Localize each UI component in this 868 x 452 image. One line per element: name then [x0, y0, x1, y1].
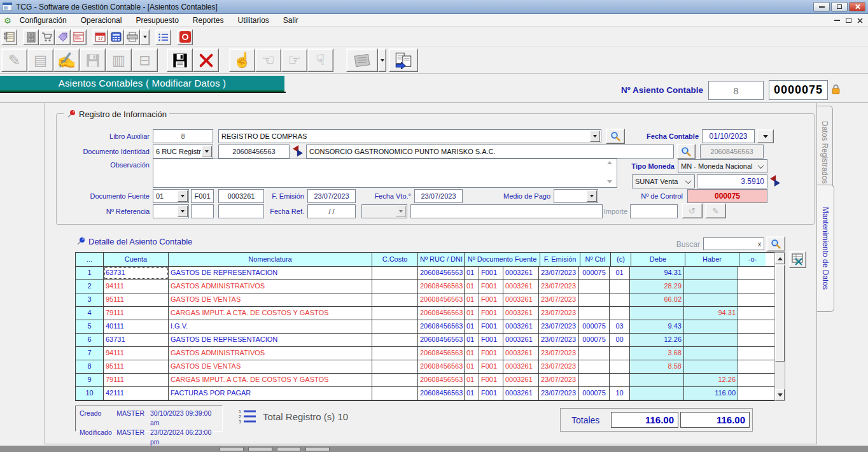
ccosto-cell[interactable]: [372, 374, 418, 386]
ccosto-cell[interactable]: [372, 280, 418, 293]
c-cell[interactable]: 03: [610, 320, 630, 333]
nav-first-button[interactable]: ☝: [229, 48, 255, 72]
ruc-field[interactable]: 20608456563: [218, 145, 290, 159]
invoice-button[interactable]: [71, 29, 87, 45]
fecha-contable-field[interactable]: 01/10/2023: [702, 129, 755, 143]
ruc-cell[interactable]: 20608456563: [418, 280, 465, 293]
row-number-cell[interactable]: 2: [76, 280, 104, 293]
exchange-button[interactable]: [292, 145, 304, 159]
n-ctrl-cell[interactable]: 000075: [579, 334, 610, 346]
nav-last-button[interactable]: ☟: [307, 48, 333, 72]
libro-search-button[interactable]: [606, 129, 625, 144]
referencia-numero-field[interactable]: [218, 204, 264, 218]
printer-button[interactable]: [124, 29, 140, 45]
f-emision-cell[interactable]: 23/07/2023: [539, 267, 579, 279]
fax-button[interactable]: ⊟: [132, 48, 158, 72]
ruc-cell[interactable]: 20608456563: [418, 293, 465, 306]
df-tipo-cell[interactable]: 01: [465, 267, 479, 279]
nomenclatura-cell[interactable]: GASTOS ADMINISTRATIVOS: [169, 280, 372, 293]
chevron-down-icon[interactable]: [202, 146, 212, 157]
f-emision-cell[interactable]: 23/07/2023: [539, 374, 579, 386]
razon-social-field[interactable]: CONSORCIO GASTRONOMICO PUNTO MARISKO S.A…: [306, 145, 674, 159]
tipo-moneda-combo[interactable]: MN - Moneda Nacional: [678, 159, 767, 173]
ccosto-cell[interactable]: [372, 267, 418, 279]
f-emision-cell[interactable]: 23/07/2023: [539, 387, 579, 400]
save-disabled-button[interactable]: [80, 48, 106, 72]
fecha-ref-field[interactable]: / /: [307, 204, 356, 218]
table-row[interactable]: 4 79111 CARGAS IMPUT. A CTA. DE COSTOS Y…: [76, 307, 774, 320]
df-tipo-cell[interactable]: 01: [465, 320, 479, 333]
table-row[interactable]: 1 63731 GASTOS DE REPRESENTACION 2060845…: [76, 267, 774, 280]
c-cell[interactable]: [610, 374, 630, 386]
ruc-cell[interactable]: 20608456563: [418, 387, 465, 400]
df-serie-cell[interactable]: F001: [479, 280, 503, 293]
haber-cell[interactable]: [684, 280, 738, 293]
nomenclatura-cell[interactable]: GASTOS DE REPRESENTACION: [169, 267, 372, 279]
exit-power-button[interactable]: [177, 29, 193, 45]
ruc-cell[interactable]: 20608456563: [418, 307, 465, 320]
table-scrollbar[interactable]: [774, 252, 785, 401]
doc-identidad-combo[interactable]: 6 RUC Registr: [153, 145, 213, 159]
df-serie-cell[interactable]: F001: [479, 267, 503, 279]
n-ctrl-cell[interactable]: [579, 374, 610, 386]
table-row[interactable]: 7 94111 GASTOS ADMINISTRATIVOS 206084565…: [76, 347, 774, 360]
table-row[interactable]: 3 95111 GASTOS DE VENTAS 20608456563 01 …: [76, 293, 774, 307]
debe-cell[interactable]: [630, 307, 684, 320]
row-number-cell[interactable]: 6: [76, 334, 104, 346]
df-tipo-cell[interactable]: 01: [465, 334, 479, 346]
n-ctrl-cell[interactable]: [579, 280, 610, 293]
haber-cell[interactable]: 116.00: [684, 387, 738, 400]
minimize-button[interactable]: [813, 2, 830, 11]
nomenclatura-cell[interactable]: I.G.V.: [169, 320, 372, 333]
entidad-search-button[interactable]: [676, 144, 696, 159]
c-cell[interactable]: 01: [610, 267, 630, 279]
c-cell[interactable]: [610, 280, 630, 293]
save-button[interactable]: [167, 48, 193, 72]
debe-cell[interactable]: 12.26: [630, 334, 684, 346]
haber-cell[interactable]: [684, 360, 738, 373]
ruc-cell[interactable]: 20608456563: [418, 360, 465, 373]
nav-next-button[interactable]: ☞: [281, 48, 307, 72]
menu-presupuesto[interactable]: Presupuesto: [129, 16, 185, 25]
row-number-cell[interactable]: 4: [76, 307, 104, 320]
chevron-down-icon[interactable]: [590, 131, 600, 142]
ruc-cell[interactable]: 20608456563: [418, 267, 465, 279]
buscar-input[interactable]: x: [703, 237, 764, 250]
nomenclatura-cell[interactable]: FACTURAS POR PAGAR: [169, 387, 372, 400]
edit-record-button[interactable]: ✍: [53, 48, 80, 72]
ccosto-cell[interactable]: [372, 307, 418, 320]
ccosto-cell[interactable]: [372, 334, 418, 346]
df-serie-cell[interactable]: F001: [479, 293, 503, 306]
table-row[interactable]: 5 40111 I.G.V. 20608456563 01 F001 00032…: [76, 320, 774, 334]
buscar-search-button[interactable]: [766, 236, 785, 251]
doc-fuente-tipo-combo[interactable]: 01: [153, 189, 189, 203]
df-tipo-cell[interactable]: 01: [465, 280, 479, 293]
annotate-button[interactable]: ▥: [106, 48, 132, 72]
ccosto-cell[interactable]: [372, 360, 418, 373]
row-number-cell[interactable]: 1: [76, 267, 104, 279]
n-ctrl-cell[interactable]: [579, 293, 610, 306]
c-cell[interactable]: [610, 347, 630, 360]
o-cell[interactable]: [738, 347, 764, 360]
cuenta-cell[interactable]: 79111: [104, 307, 169, 320]
tag-button[interactable]: [55, 29, 71, 45]
nomenclatura-cell[interactable]: GASTOS DE REPRESENTACION: [169, 334, 372, 346]
cabinet-button[interactable]: [23, 29, 39, 45]
o-cell[interactable]: [738, 374, 764, 386]
calculator-button[interactable]: [108, 29, 124, 45]
row-number-cell[interactable]: 8: [76, 360, 104, 373]
df-num-cell[interactable]: 0003261: [503, 293, 539, 306]
referencia-combo[interactable]: [153, 204, 189, 218]
cuenta-cell[interactable]: 40111: [104, 320, 169, 333]
scrollbar-up-button[interactable]: [775, 253, 785, 264]
close-button[interactable]: [849, 2, 865, 11]
df-num-cell[interactable]: 0003261: [503, 320, 539, 333]
c-cell[interactable]: [610, 307, 630, 320]
ccosto-cell[interactable]: [372, 387, 418, 400]
ruc-cell[interactable]: 20608456563: [418, 334, 465, 346]
report-dropdown-button[interactable]: [378, 48, 386, 72]
o-cell[interactable]: [738, 387, 764, 400]
n-ctrl-cell[interactable]: 000075: [579, 387, 610, 400]
f-emision-cell[interactable]: 23/07/2023: [539, 307, 579, 320]
scroll-up-icon[interactable]: [607, 161, 612, 164]
